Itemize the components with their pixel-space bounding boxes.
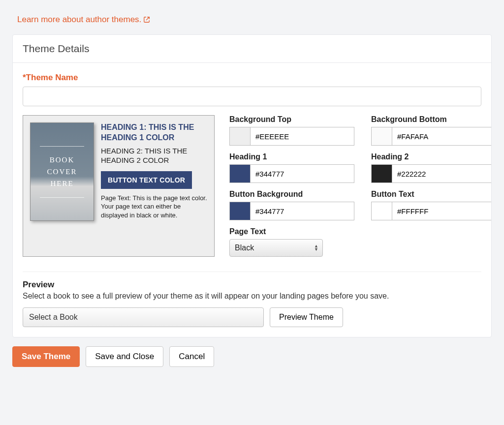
label-button-bg: Button Background: [229, 190, 354, 199]
theme-name-label: *Theme Name: [23, 73, 481, 83]
field-button-bg[interactable]: [229, 202, 354, 220]
theme-preview-box: BOOK COVER HERE HEADING 1: THIS IS THE H…: [23, 115, 215, 257]
divider: [23, 272, 481, 272]
field-heading-1[interactable]: [229, 164, 354, 183]
field-button-text[interactable]: [371, 202, 492, 220]
input-button-bg[interactable]: [251, 202, 354, 220]
external-link-icon: [143, 16, 150, 23]
field-bg-top[interactable]: [229, 127, 354, 146]
swatch-heading-1[interactable]: [230, 165, 251, 182]
swatch-button-text[interactable]: [372, 202, 392, 220]
label-heading-1: Heading 1: [229, 152, 354, 161]
preview-button-sample: BUTTON TEXT COLOR: [101, 171, 192, 189]
input-button-text[interactable]: [392, 202, 492, 220]
preview-section-subtitle: Select a book to see a full preview of y…: [23, 292, 481, 301]
select-book-placeholder: Select a Book: [29, 313, 78, 322]
chevron-updown-icon: ▲▼: [314, 244, 318, 251]
learn-more-text: Learn more about author themes.: [17, 15, 141, 25]
input-bg-bottom[interactable]: [392, 127, 492, 145]
card-title: Theme Details: [13, 35, 491, 63]
swatch-button-bg[interactable]: [230, 202, 251, 220]
book-cover-placeholder: BOOK COVER HERE: [30, 122, 94, 221]
theme-details-card: Theme Details *Theme Name BOOK COVER HER…: [12, 34, 492, 337]
label-bg-top: Background Top: [229, 115, 354, 124]
preview-theme-button[interactable]: Preview Theme: [270, 307, 343, 327]
cover-ornament-bottom: [40, 197, 84, 198]
select-page-text[interactable]: Black ▲▼: [229, 239, 323, 257]
label-heading-2: Heading 2: [371, 152, 492, 161]
preview-heading-1: HEADING 1: THIS IS THE HEADING 1 COLOR: [101, 122, 207, 143]
field-bg-bottom[interactable]: [371, 127, 492, 146]
select-page-text-value: Black: [235, 243, 254, 252]
cover-ornament-top: [40, 146, 84, 147]
preview-page-text: Page Text: This is the page text color. …: [101, 194, 207, 220]
swatch-bg-bottom[interactable]: [372, 127, 392, 145]
input-heading-2[interactable]: [392, 165, 492, 182]
swatch-heading-2[interactable]: [372, 165, 392, 182]
cancel-button[interactable]: Cancel: [169, 346, 214, 367]
save-theme-button[interactable]: Save Theme: [12, 346, 80, 367]
theme-name-input[interactable]: [23, 87, 481, 106]
swatch-bg-top[interactable]: [230, 127, 251, 145]
label-page-text: Page Text: [229, 227, 354, 236]
preview-section-title: Preview: [23, 280, 481, 290]
label-button-text: Button Text: [371, 190, 492, 199]
input-heading-1[interactable]: [251, 165, 354, 182]
select-book[interactable]: Select a Book: [23, 307, 264, 327]
save-and-close-button[interactable]: Save and Close: [86, 346, 163, 367]
label-bg-bottom: Background Bottom: [371, 115, 492, 124]
color-controls: Background Top Background Bottom Heading…: [229, 115, 492, 257]
cover-text-line1: BOOK COVER: [47, 156, 77, 176]
preview-heading-2: HEADING 2: THIS IS THE HEADING 2 COLOR: [101, 146, 207, 165]
learn-more-link[interactable]: Learn more about author themes.: [17, 15, 150, 25]
input-bg-top[interactable]: [251, 127, 354, 145]
footer-actions: Save Theme Save and Close Cancel: [12, 346, 492, 367]
cover-text-line2: HERE: [50, 180, 73, 187]
field-heading-2[interactable]: [371, 164, 492, 183]
